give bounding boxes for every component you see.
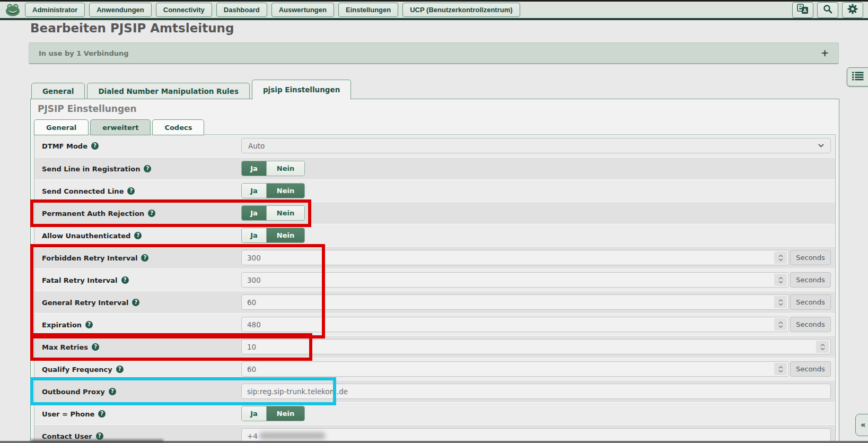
field-label: Allow Unauthenticated: [42, 232, 130, 240]
form-row-forbidden-retry-interval: Forbidden Retry Interval? 300 Seconds: [34, 246, 835, 268]
unit-addon: Seconds: [790, 272, 831, 288]
section-title: PJSIP Einstellungen: [38, 103, 137, 114]
nav-item-auswertungen[interactable]: Auswertungen: [271, 3, 334, 18]
nav-item-connectivity[interactable]: Connectivity: [156, 3, 212, 18]
help-icon[interactable]: ?: [134, 232, 142, 239]
pjsip-subtabs: General erweitert Codecs: [34, 118, 204, 135]
field-label: Permanent Auth Rejection: [42, 210, 144, 218]
search-button[interactable]: [817, 2, 838, 18]
form-row-general-retry-interval: General Retry Interval? 60 Seconds: [34, 291, 835, 313]
toggle-nein[interactable]: Nein: [266, 184, 304, 198]
number-spinner[interactable]: [774, 318, 787, 331]
number-spinner[interactable]: [774, 296, 787, 308]
subtab-codecs[interactable]: Codecs: [152, 119, 204, 135]
toggle-ja[interactable]: Ja: [242, 206, 266, 220]
help-icon[interactable]: ?: [98, 410, 106, 418]
form-row-outbound-proxy: Outbound Proxy? sip:reg.sip-trunk.teleko…: [34, 380, 835, 402]
number-spinner[interactable]: [816, 341, 829, 353]
nav-item-dashboard[interactable]: Dashboard: [216, 3, 267, 18]
qualify-frequency-input[interactable]: 60: [241, 361, 789, 377]
general-retry-interval-input[interactable]: 60: [241, 294, 789, 310]
help-icon[interactable]: ?: [91, 142, 99, 150]
field-label: Expiration: [42, 321, 82, 329]
toggle-ja[interactable]: Ja: [242, 184, 266, 198]
field-label: General Retry Interval: [42, 299, 128, 307]
toggle-ja[interactable]: Ja: [242, 161, 266, 176]
input-value: sip:reg.sip-trunk.telekom.de: [247, 387, 348, 396]
input-value: +4: [247, 432, 258, 440]
permanent-auth-rejection-toggle: Ja Nein: [241, 205, 305, 221]
forbidden-retry-interval-input[interactable]: 300: [241, 250, 789, 265]
nav-item-einstellungen[interactable]: Einstellungen: [338, 3, 398, 18]
field-label: Qualify Frequency: [42, 366, 112, 373]
usage-accordion-header[interactable]: In use by 1 Verbindung +: [29, 42, 839, 64]
tab-general[interactable]: General: [31, 83, 85, 99]
help-icon[interactable]: ?: [148, 210, 155, 217]
form-row-expiration: Expiration? 480 Seconds: [34, 313, 835, 335]
number-spinner[interactable]: [774, 251, 787, 264]
pjsip-settings-panel: PJSIP Einstellungen General erweitert Co…: [30, 99, 839, 443]
search-icon: [823, 4, 832, 16]
nav-item-administrator[interactable]: Administrator: [25, 3, 85, 18]
redacted-bottom-smudge: [31, 439, 163, 443]
translate-button[interactable]: A: [792, 2, 813, 18]
redacted-value-blur: [259, 432, 326, 439]
input-value: 10: [247, 343, 256, 351]
help-icon[interactable]: ?: [109, 388, 116, 395]
toggle-nein[interactable]: Nein: [266, 406, 304, 421]
form-row-max-retries: Max Retries? 10: [34, 335, 835, 358]
expand-plus-icon[interactable]: +: [821, 48, 829, 58]
nav-item-ucp[interactable]: UCP (Benutzerkontrollzentrum): [402, 3, 520, 18]
send-connected-line-toggle: Ja Nein: [241, 183, 305, 198]
field-label: Max Retries: [42, 343, 88, 351]
max-retries-input[interactable]: 10: [241, 339, 831, 354]
list-icon: [852, 72, 864, 83]
translate-icon: A: [797, 4, 809, 16]
user-phone-toggle: Ja Nein: [241, 406, 305, 421]
toggle-nein[interactable]: Nein: [266, 228, 304, 242]
number-spinner[interactable]: [774, 274, 787, 286]
chevrons-left-icon: «: [861, 420, 866, 430]
toggle-ja[interactable]: Ja: [242, 406, 266, 421]
fatal-retry-interval-input[interactable]: 300: [241, 272, 789, 288]
help-icon[interactable]: ?: [144, 165, 151, 172]
tab-pjsip-einstellungen[interactable]: pjsip Einstellungen: [252, 80, 351, 100]
svg-text:A: A: [803, 8, 807, 13]
subtab-general[interactable]: General: [34, 119, 89, 135]
help-icon[interactable]: ?: [121, 276, 129, 284]
help-icon[interactable]: ?: [96, 432, 103, 440]
toggle-nein[interactable]: Nein: [266, 206, 304, 220]
unit-addon: Seconds: [790, 250, 831, 265]
collapse-panel-button[interactable]: «: [855, 414, 868, 436]
help-icon[interactable]: ?: [116, 366, 124, 373]
expiration-input[interactable]: 480: [241, 317, 789, 332]
usage-text: In use by 1 Verbindung: [39, 49, 129, 57]
tab-dialed-number-manipulation-rules[interactable]: Dialed Number Manipulation Rules: [87, 83, 250, 99]
unit-addon: Seconds: [790, 317, 831, 332]
outbound-proxy-input[interactable]: sip:reg.sip-trunk.telekom.de: [241, 384, 831, 399]
number-spinner[interactable]: [774, 363, 787, 375]
field-label: Fatal Retry Interval: [42, 276, 118, 284]
sidebar-toggle-button[interactable]: [847, 67, 868, 86]
help-icon[interactable]: ?: [85, 321, 93, 328]
form-row-user-equals-phone: User = Phone? Ja Nein: [34, 402, 835, 424]
form-row-qualify-frequency: Qualify Frequency? 60 Seconds: [34, 358, 835, 380]
gear-icon: [847, 4, 858, 16]
field-label: Send Connected Line: [42, 187, 124, 195]
toggle-ja[interactable]: Ja: [242, 228, 266, 242]
help-icon[interactable]: ?: [132, 299, 139, 306]
form-row-permanent-auth-rejection: Permanent Auth Rejection? Ja Nein: [34, 202, 835, 224]
settings-form: DTMF Mode ? Auto Send Line in Registrati…: [34, 134, 836, 443]
toggle-nein[interactable]: Nein: [266, 161, 304, 176]
field-label: Forbidden Retry Interval: [42, 254, 137, 262]
nav-item-anwendungen[interactable]: Anwendungen: [89, 3, 152, 18]
frog-logo[interactable]: [5, 3, 21, 17]
dtmf-mode-select[interactable]: Auto: [241, 138, 831, 153]
help-icon[interactable]: ?: [141, 254, 148, 262]
subtab-erweitert[interactable]: erweitert: [90, 119, 151, 135]
settings-button[interactable]: [842, 2, 863, 18]
help-icon[interactable]: ?: [92, 343, 99, 351]
field-label: Send Line in Registration: [42, 165, 140, 173]
help-icon[interactable]: ?: [127, 187, 135, 195]
form-row-send-line-in-registration: Send Line in Registration? Ja Nein: [34, 157, 835, 179]
